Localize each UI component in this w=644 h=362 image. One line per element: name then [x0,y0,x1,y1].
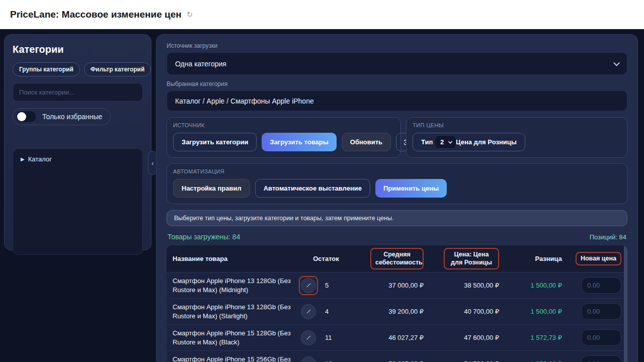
hint-bar: Выберите тип цены, загрузите категории и… [167,210,627,226]
favorites-only-toggle[interactable]: Только избранные [13,108,111,125]
table-header: Название товара Остаток Средняя себестои… [167,245,627,272]
table-row: Смартфон Apple iPhone 15 128Gb (Без Rust… [167,324,627,350]
table-scrollbar[interactable] [624,245,627,362]
load-source-value: Одна категория [175,60,226,68]
stock-value: 4 [325,308,329,315]
load-source-label: Источник загрузки [167,42,627,49]
toggle-track-icon[interactable] [16,111,37,123]
avg-cost-value: 37 000,00 ₽ [353,282,424,289]
control-fieldsets: ИСТОЧНИК Загрузить категории Загрузить т… [167,117,627,158]
edit-icon-highlight-frame [299,302,318,321]
product-name: Смартфон Apple iPhone 13 128Gb (Без Rust… [173,303,299,320]
tree-item-catalog[interactable]: ▶ Каталог [21,155,135,163]
chevron-left-icon: ‹ [151,159,153,167]
price-value: 54 700,00 ₽ [424,360,499,362]
load-products-button[interactable]: Загрузить товары [262,133,336,151]
product-name: Смартфон Apple iPhone 15 128Gb (Без Rust… [173,329,299,346]
refresh-icon[interactable]: ↻ [187,10,193,19]
purchases-value: 2 [440,138,444,146]
new-price-input[interactable] [581,303,621,320]
table-body: Смартфон Apple iPhone 13 128Gb (Без Rust… [167,272,627,362]
chevron-down-icon [613,59,620,66]
status-row: Товары загружены: 84 Позиций: 84 [168,233,626,241]
tree-expand-icon[interactable]: ▶ [21,156,25,162]
categories-title: Категории [13,44,143,55]
pencil-icon [305,308,312,315]
refresh-button[interactable]: Обновить [342,133,391,151]
price-value: 40 700,00 ₽ [424,308,499,315]
app-header: PriceLane: Массовое изменение цен ↻ [0,0,644,29]
edit-price-button[interactable] [301,304,316,319]
new-price-input[interactable] [581,355,621,362]
source-fieldset: ИСТОЧНИК Загрузить категории Загрузить т… [167,117,401,158]
col-price-highlighted: Цена: Цена для Розницы [444,248,499,269]
category-filter-button[interactable]: Фильтр категорий [84,62,151,76]
stock-value: 16 [325,360,332,362]
category-groups-button[interactable]: Группы категорий [13,62,80,76]
load-categories-button[interactable]: Загрузить категории [173,133,257,151]
toggle-knob-icon [17,112,26,121]
price-type-button[interactable]: Тип цены: Цена для Розницы [413,133,525,151]
edit-price-button[interactable] [301,278,316,293]
table-row: Смартфон Apple iPhone 15 256Gb (Без Rust… [167,350,627,362]
selected-category-value: Каталог / Apple / Смартфоны Apple iPhone [175,97,314,105]
edit-price-button[interactable] [301,330,316,345]
product-name: Смартфон Apple iPhone 15 256Gb (Без Rust… [173,355,299,362]
main-panel: Источник загрузки Одна категория Выбранн… [156,34,638,362]
price-value: 38 500,00 ₽ [424,282,499,289]
diff-value: 1 375,00 ₽ [499,360,562,362]
table-row: Смартфон Apple iPhone 13 128Gb (Без Rust… [167,298,627,324]
stock-value: 5 [325,282,329,289]
products-table: Название товара Остаток Средняя себестои… [167,245,627,362]
col-avg-cost-highlighted: Средняя себестоимость [370,248,424,269]
new-price-input[interactable] [581,277,621,294]
diff-value: 1 500,00 ₽ [499,282,562,289]
price-value: 47 600,00 ₽ [424,334,499,341]
selected-category-label: Выбранная категория [167,80,627,87]
page-title: PriceLane: Массовое изменение цен [10,9,182,20]
categories-panel: Категории Группы категорий Фильтр катего… [4,34,151,250]
col-stock: Остаток [299,255,353,262]
automation-legend: АВТОМАТИЗАЦИЯ [173,168,621,174]
avg-cost-value: 46 027,27 ₽ [353,334,424,341]
auto-set-button[interactable]: Автоматическое выставление [255,179,370,198]
rules-settings-button[interactable]: Настройка правил [173,179,250,198]
diff-value: 1 572,73 ₽ [499,334,562,341]
positions-count: Позиций: 84 [590,233,626,241]
new-price-input[interactable] [581,329,621,346]
pencil-icon [305,334,312,341]
diff-value: 1 500,00 ₽ [499,308,562,315]
purchases-select[interactable]: 2 [435,135,456,149]
table-row: Смартфон Apple iPhone 13 128Gb (Без Rust… [167,272,627,298]
category-tree: ▶ Каталог [13,148,143,255]
favorites-only-label: Только избранные [42,113,102,121]
avg-cost-value: 53 325,00 ₽ [353,360,424,362]
stock-value: 11 [325,334,332,341]
products-loaded-status: Товары загружены: 84 [168,233,240,241]
chevron-down-icon [448,139,452,143]
col-diff: Разница [499,255,562,262]
load-source-select[interactable]: Одна категория [167,52,627,75]
category-chip-row: Группы категорий Фильтр категорий [13,62,143,76]
edit-price-button[interactable] [301,356,316,362]
price-type-legend: ТИП ЦЕНЫ [413,122,621,128]
avg-cost-value: 39 200,00 ₽ [353,308,424,315]
category-search-input[interactable] [13,83,143,102]
col-new-price-highlighted: Новая цена [576,252,621,266]
tree-item-label: Каталог [28,155,52,163]
edit-icon-highlight-frame [299,354,318,362]
edit-icon-highlight-frame [299,328,318,347]
pencil-icon [305,282,312,289]
source-legend: ИСТОЧНИК [173,122,394,128]
automation-fieldset: АВТОМАТИЗАЦИЯ Настройка правил Автоматич… [167,163,627,204]
col-name: Название товара [173,254,299,263]
selected-category-field[interactable]: Каталог / Apple / Смартфоны Apple iPhone [167,90,627,111]
product-name: Смартфон Apple iPhone 13 128Gb (Без Rust… [173,277,299,294]
edit-icon-highlight-frame [299,276,318,295]
content-area: Категории Группы категорий Фильтр катего… [0,29,644,362]
apply-prices-button[interactable]: Применить цены [375,179,447,198]
